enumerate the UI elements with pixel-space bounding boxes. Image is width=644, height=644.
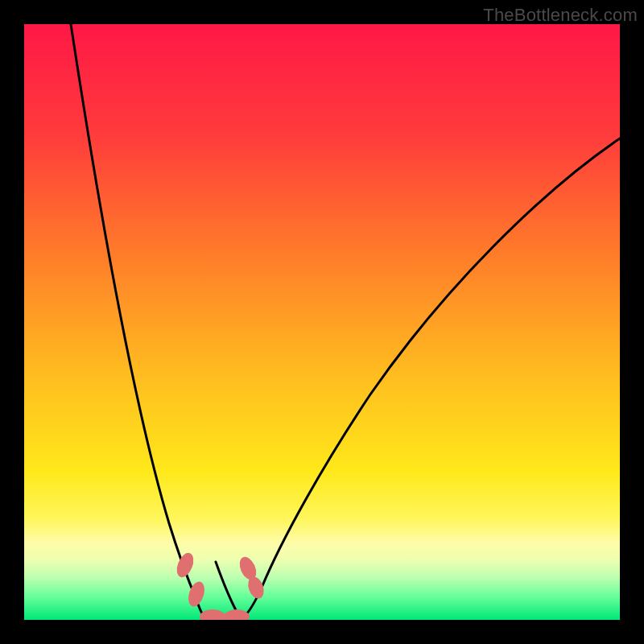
marker-0 <box>174 551 197 580</box>
plot-frame <box>24 24 620 620</box>
series-left-curve <box>71 24 240 617</box>
marker-2 <box>200 609 225 620</box>
plot-curves-layer <box>24 24 620 620</box>
marker-3 <box>224 609 250 620</box>
watermark-text: TheBottleneck.com <box>483 5 638 26</box>
series-right-curve <box>243 138 620 617</box>
